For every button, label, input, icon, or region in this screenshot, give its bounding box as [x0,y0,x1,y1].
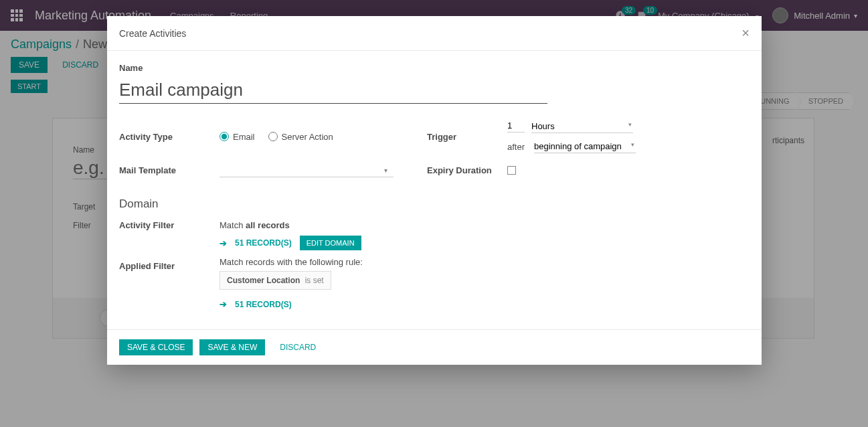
match-text: Match all records [220,220,290,230]
applied-filter-label: Applied Filter [119,257,220,271]
domain-title: Domain [119,197,750,211]
mail-template-select[interactable] [220,163,394,177]
activity-type-label: Activity Type [119,132,220,142]
radio-server-action-input[interactable] [268,132,278,141]
save-close-button[interactable]: SAVE & CLOSE [119,339,193,355]
modal-header: Create Activities × [107,16,762,51]
radio-email[interactable]: Email [220,132,255,142]
trigger-unit-select[interactable] [531,120,633,133]
activity-filter-label: Activity Filter [119,220,220,230]
radio-email-label: Email [233,132,255,142]
expiry-label: Expiry Duration [427,163,507,175]
close-icon[interactable]: × [742,25,750,41]
radio-server-action[interactable]: Server Action [268,132,333,142]
chip-operator: is set [305,276,324,285]
modal-discard-button[interactable]: DISCARD [272,339,324,355]
match-prefix: Match [220,220,246,230]
arrow-right-icon: ➔ [220,238,227,248]
arrow-right-icon: ➔ [220,299,227,309]
save-new-button[interactable]: SAVE & NEW [199,339,265,355]
edit-domain-button[interactable]: EDIT DOMAIN [300,236,361,250]
caret-down-icon: ▾ [384,167,387,174]
name-label: Name [119,63,750,73]
match-bold: all records [246,220,290,230]
trigger-number-input[interactable] [507,120,525,133]
chip-field: Customer Location [227,276,300,285]
activity-type-group: Email Server Action [220,132,427,142]
trigger-relative-select[interactable] [534,140,636,153]
modal-title: Create Activities [119,28,186,39]
expiry-checkbox[interactable] [507,166,516,175]
applied-filter-text: Match records with the following rule: [220,257,750,267]
radio-server-action-label: Server Action [282,132,333,142]
radio-email-input[interactable] [220,132,229,141]
trigger-label: Trigger [427,132,507,142]
modal-footer: SAVE & CLOSE SAVE & NEW DISCARD [107,329,762,365]
trigger-after-label: after [507,142,525,152]
create-activities-modal: Create Activities × Name Activity Type E… [107,16,762,365]
activity-name-input[interactable] [119,77,547,104]
records-link[interactable]: 51 RECORD(S) [235,238,292,248]
records-link-2[interactable]: 51 RECORD(S) [235,300,292,309]
filter-chip: Customer Location is set [220,271,331,290]
mail-template-label: Mail Template [119,165,220,175]
